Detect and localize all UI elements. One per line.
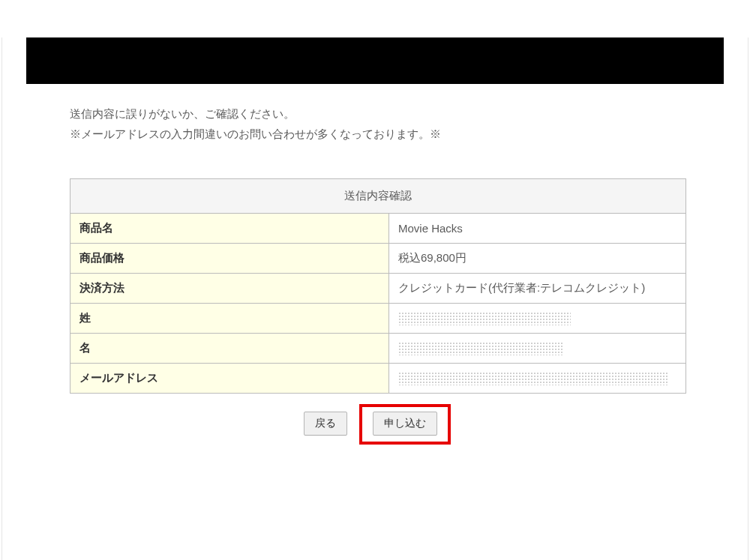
intro-line2: ※メールアドレスの入力間違いのお問い合わせが多くなっております。※ (70, 127, 441, 140)
value-first-name (389, 334, 686, 364)
label-product-price: 商品価格 (70, 244, 389, 274)
table-row: 商品名 Movie Hacks (70, 214, 686, 244)
table-row: 名 (70, 334, 686, 364)
redacted-block (398, 342, 563, 355)
header-bar (26, 37, 724, 84)
label-first-name: 名 (70, 334, 389, 364)
table-row: メールアドレス (70, 364, 686, 394)
intro-line1: 送信内容に誤りがないか、ご確認ください。 (70, 107, 295, 120)
table-row: 商品価格 税込69,800円 (70, 244, 686, 274)
label-last-name: 姓 (70, 304, 389, 334)
redacted-block (398, 372, 668, 385)
back-button[interactable]: 戻る (304, 412, 347, 436)
value-email (389, 364, 686, 394)
submit-highlight: 申し込む (359, 404, 451, 445)
value-last-name (389, 304, 686, 334)
intro-text: 送信内容に誤りがないか、ご確認ください。 ※メールアドレスの入力間違いのお問い合… (70, 103, 680, 144)
table-row: 姓 (70, 304, 686, 334)
button-row: 戻る 申し込む (70, 404, 680, 445)
table-row: 決済方法 クレジットカード(代行業者:テレコムクレジット) (70, 274, 686, 304)
value-product-name: Movie Hacks (389, 214, 686, 244)
label-payment-method: 決済方法 (70, 274, 389, 304)
label-product-name: 商品名 (70, 214, 389, 244)
value-product-price: 税込69,800円 (389, 244, 686, 274)
redacted-block (398, 312, 571, 325)
value-payment-method: クレジットカード(代行業者:テレコムクレジット) (389, 274, 686, 304)
submit-button[interactable]: 申し込む (373, 412, 437, 436)
label-email: メールアドレス (70, 364, 389, 394)
confirm-table: 送信内容確認 商品名 Movie Hacks 商品価格 税込69,800円 決済… (70, 178, 686, 394)
table-title: 送信内容確認 (70, 179, 686, 214)
